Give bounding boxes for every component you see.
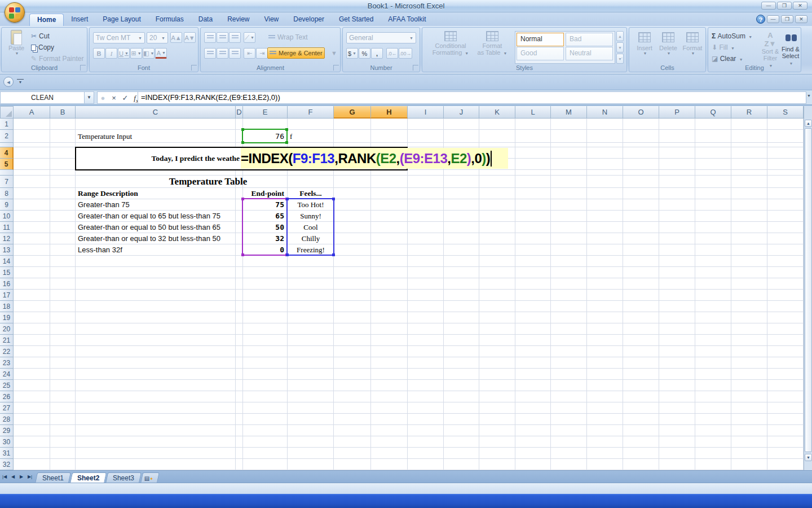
name-box[interactable]: CLEAN: [0, 91, 85, 104]
workbook-minimize-button[interactable]: —: [767, 15, 779, 23]
ribbon-tab-formulas[interactable]: Formulas: [148, 14, 191, 26]
row-header-1[interactable]: 1: [0, 119, 14, 130]
fill-color-button[interactable]: ◧▼: [143, 48, 155, 59]
alignment-dialog-launcher[interactable]: [333, 65, 339, 71]
scroll-down-icon[interactable]: ▼: [805, 454, 812, 461]
align-center-icon[interactable]: [217, 48, 228, 59]
cell-style-neutral[interactable]: Neutral: [566, 47, 613, 60]
row-header-32[interactable]: 32: [0, 459, 14, 470]
undo-back-icon[interactable]: ◂: [3, 77, 14, 87]
row-header-10[interactable]: 10: [0, 211, 14, 222]
row-header-7[interactable]: 7: [0, 176, 14, 188]
help-icon[interactable]: ?: [756, 15, 765, 24]
row-header-9[interactable]: 9: [0, 199, 14, 211]
row-header-28[interactable]: 28: [0, 414, 14, 425]
column-header-S[interactable]: S: [767, 106, 804, 119]
row-header-26[interactable]: 26: [0, 391, 14, 402]
name-box-dropdown-icon[interactable]: ▼: [85, 91, 94, 104]
sheet-tab-sheet3[interactable]: Sheet3: [105, 472, 142, 483]
cell-style-good[interactable]: Good: [517, 47, 564, 60]
column-header-G[interactable]: G: [334, 106, 371, 119]
row-header-25[interactable]: 25: [0, 380, 14, 391]
underline-button[interactable]: U▼: [118, 48, 130, 59]
find-select-button[interactable]: Find &Select ▼: [780, 31, 801, 66]
column-header-B[interactable]: B: [50, 106, 76, 119]
ribbon-tab-review[interactable]: Review: [220, 14, 257, 26]
row-header-5[interactable]: 5: [0, 159, 14, 170]
cell-f2[interactable]: f: [290, 130, 292, 143]
column-header-Q[interactable]: Q: [695, 106, 731, 119]
cancel-entry-icon[interactable]: ×: [108, 91, 120, 104]
shrink-font-button[interactable]: A▼: [184, 32, 196, 43]
copy-button[interactable]: Copy: [31, 43, 54, 51]
scroll-up-icon[interactable]: ▲: [805, 120, 812, 127]
row-header-27[interactable]: 27: [0, 402, 14, 414]
cell-c12[interactable]: Greater-than or equal to 32 but less-tha…: [78, 233, 220, 244]
merge-options-dropdown[interactable]: ▼: [328, 47, 340, 58]
sort-filter-button[interactable]: AZ▼ Sort &Filter ▼: [760, 31, 780, 68]
font-dialog-launcher[interactable]: [191, 65, 197, 71]
number-format-combo[interactable]: General▼: [346, 32, 416, 43]
percent-style-button[interactable]: %: [359, 48, 370, 59]
row-header-hidden-2[interactable]: [0, 143, 14, 147]
comma-style-button[interactable]: ,: [371, 48, 383, 59]
gallery-more-icon[interactable]: ▼̄: [616, 54, 624, 64]
column-header-R[interactable]: R: [731, 106, 767, 119]
table-header-end[interactable]: End-point: [228, 188, 284, 199]
sheet-tab-sheet2[interactable]: Sheet2: [70, 472, 107, 484]
row-header-13[interactable]: 13: [0, 244, 14, 256]
cut-button[interactable]: ✂ Cut: [31, 32, 50, 40]
row-header-4[interactable]: 4: [0, 147, 14, 159]
last-sheet-icon[interactable]: ▶|: [26, 472, 34, 481]
select-all-corner[interactable]: [0, 106, 14, 119]
clipboard-dialog-launcher[interactable]: [80, 65, 86, 71]
italic-button[interactable]: I: [105, 48, 117, 59]
row-header-15[interactable]: 15: [0, 267, 14, 278]
row-header-8[interactable]: 8: [0, 188, 14, 199]
format-as-table-button[interactable]: Formatas Table ▼: [474, 30, 510, 56]
cell-c11[interactable]: Greater-than or equal to 50 but less-tha…: [78, 222, 220, 233]
cell-c13[interactable]: Less-than 32f: [78, 244, 122, 256]
formula-bar-expand-icon[interactable]: ▼: [807, 94, 811, 98]
column-header-D[interactable]: D: [236, 106, 243, 119]
maximize-button[interactable]: ❐: [777, 2, 792, 10]
row-header-21[interactable]: 21: [0, 335, 14, 346]
column-header-L[interactable]: L: [515, 106, 551, 119]
row-header-29[interactable]: 29: [0, 425, 14, 436]
font-name-combo[interactable]: Tw Cen MT▼: [93, 32, 145, 43]
row-header-24[interactable]: 24: [0, 369, 14, 380]
decrease-indent-icon[interactable]: ⇤: [244, 48, 255, 59]
orientation-icon[interactable]: ⟋▼: [244, 32, 255, 43]
row-header-22[interactable]: 22: [0, 346, 14, 357]
row-header-hidden-5[interactable]: [0, 170, 14, 176]
ribbon-tab-afaa-toolkit[interactable]: AFAA Toolkit: [381, 14, 433, 26]
grow-font-button[interactable]: A▲: [170, 32, 182, 43]
align-right-icon[interactable]: [229, 48, 241, 59]
align-top-icon[interactable]: [204, 32, 216, 43]
table-title[interactable]: Temperature Table: [115, 176, 301, 188]
column-header-O[interactable]: O: [623, 106, 659, 119]
align-middle-icon[interactable]: [217, 32, 228, 43]
format-cells-button[interactable]: Format▼: [681, 32, 704, 55]
fill-button[interactable]: ⬇ Fill ▼: [712, 43, 735, 51]
insert-worksheet-tab[interactable]: ▤✦: [140, 472, 160, 483]
align-left-icon[interactable]: [204, 48, 216, 59]
first-sheet-icon[interactable]: |◀: [1, 472, 8, 481]
row-header-18[interactable]: 18: [0, 301, 14, 312]
workbook-close-button[interactable]: ✕: [795, 15, 807, 23]
formula-bar-input[interactable]: =INDEX(F9:F13,RANK(E2,(E9:E13,E2),0)): [138, 91, 806, 104]
decrease-decimal-button[interactable]: .00→: [399, 48, 412, 59]
column-header-C[interactable]: C: [76, 106, 236, 119]
in-cell-formula-editor[interactable]: =INDEX(F9:F13,RANK(E2,(E9:E13,E2),0)): [241, 148, 508, 169]
column-header-H[interactable]: H: [371, 106, 408, 119]
row-header-11[interactable]: 11: [0, 222, 14, 233]
row-header-20[interactable]: 20: [0, 323, 14, 335]
ribbon-tab-home[interactable]: Home: [29, 14, 64, 26]
conditional-formatting-button[interactable]: ConditionalFormatting ▼: [430, 30, 471, 56]
worksheet-grid[interactable]: Temperature Input 76 f Today, I predict …: [14, 119, 804, 470]
format-painter-button[interactable]: ✎ Format Painter: [31, 55, 83, 63]
accounting-format-button[interactable]: $▼: [346, 48, 358, 59]
increase-indent-icon[interactable]: ⇥: [256, 48, 268, 59]
bold-button[interactable]: B: [93, 48, 105, 59]
cell-style-bad[interactable]: Bad: [566, 33, 613, 46]
